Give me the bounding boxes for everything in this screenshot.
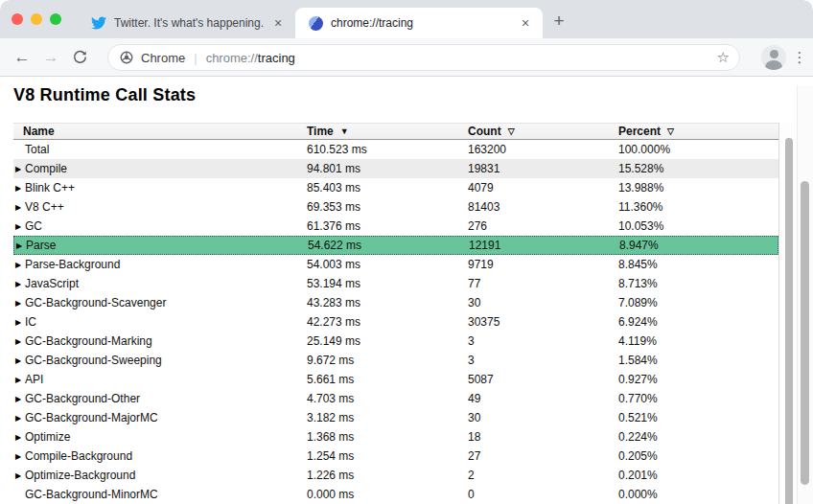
row-percent: 100.000% [618, 143, 778, 156]
expand-triangle-icon[interactable]: ▶ [13, 280, 25, 288]
toolbar: ← → Chrome | chrome:// tracing ☆ ⋮ [0, 38, 813, 77]
table-row[interactable]: ▶GC-Background-MajorMC3.182 ms300.521% [13, 408, 778, 427]
table-header-row: Name Time▼ Count▽ Percent▽ [13, 123, 778, 140]
row-percent: 0.927% [618, 373, 778, 386]
table-row[interactable]: ▶Optimize1.368 ms180.224% [13, 427, 778, 447]
expand-triangle-icon[interactable]: ▶ [13, 261, 25, 269]
profile-avatar[interactable] [761, 45, 786, 70]
table-row[interactable]: ▶GC-Background-Sweeping9.672 ms31.584% [13, 351, 778, 370]
row-name: GC [25, 219, 42, 233]
expand-triangle-icon[interactable]: ▶ [13, 376, 25, 384]
reload-button[interactable] [65, 50, 94, 64]
expand-triangle-icon[interactable]: ▶ [13, 299, 25, 308]
row-count: 30375 [468, 315, 618, 329]
column-header-count[interactable]: Count▽ [468, 125, 618, 138]
table-row[interactable]: ▶GC-Background-Other4.703 ms490.770% [13, 389, 778, 408]
row-percent: 0.224% [618, 430, 778, 444]
expand-triangle-icon[interactable]: ▶ [13, 203, 25, 212]
table-row[interactable]: ▶JavaScript53.194 ms778.713% [13, 274, 778, 293]
row-percent: 15.528% [618, 162, 778, 175]
minimize-window-button[interactable] [31, 13, 42, 25]
row-count: 27 [468, 449, 618, 463]
expand-triangle-icon[interactable]: ▶ [13, 184, 25, 193]
expand-triangle-icon[interactable]: ▶ [13, 165, 25, 173]
column-header-time[interactable]: Time▼ [307, 125, 468, 138]
table-row[interactable]: ▶GC-Background-Marking25.149 ms34.119% [13, 332, 778, 351]
expand-triangle-icon[interactable]: ▶ [13, 318, 25, 327]
table-row[interactable]: ▶Parse54.622 ms121918.947% [13, 236, 778, 255]
row-time: 42.273 ms [307, 315, 468, 329]
row-percent: 8.947% [619, 239, 778, 252]
tab-title: chrome://tracing [331, 16, 518, 30]
sort-desc-icon: ▼ [340, 126, 349, 136]
page-title: V8 Runtime Call Stats [13, 85, 813, 105]
row-name: GC-Background-Scavenger [25, 296, 166, 309]
url-scheme: chrome:// [206, 51, 258, 65]
table-row[interactable]: ▶GC61.376 ms27610.053% [13, 217, 778, 236]
page-scrollbar-thumb[interactable] [801, 181, 809, 485]
site-label: Chrome [141, 51, 185, 65]
table-row[interactable]: ▶Parse-Background54.003 ms97198.845% [13, 255, 778, 274]
column-header-name[interactable]: Name [13, 125, 307, 138]
address-bar[interactable]: Chrome | chrome:// tracing ☆ [107, 44, 740, 71]
table-row[interactable]: ▶Compile-Background1.254 ms270.205% [13, 447, 778, 466]
forward-button[interactable]: → [36, 48, 65, 67]
twitter-bird-icon [91, 15, 106, 31]
table-row[interactable]: ▶Compile94.801 ms1983115.528% [13, 159, 778, 178]
expand-triangle-icon[interactable]: ▶ [13, 395, 25, 403]
table-scrollbar-thumb[interactable] [785, 138, 793, 504]
expand-triangle-icon[interactable]: ▶ [13, 337, 25, 346]
expand-triangle-icon[interactable]: ▶ [13, 452, 25, 461]
row-count: 49 [468, 392, 618, 405]
bookmark-star-icon[interactable]: ☆ [717, 49, 730, 66]
close-tab-icon[interactable]: × [270, 15, 286, 31]
row-count: 19831 [468, 162, 618, 175]
table-row[interactable]: ▶V8 C++69.353 ms8140311.360% [13, 197, 778, 217]
row-count: 81403 [468, 200, 618, 214]
browser-menu-icon[interactable]: ⋮ [792, 49, 807, 66]
table-row[interactable]: ▶Blink C++85.403 ms407913.988% [13, 178, 778, 197]
table-row[interactable]: ▶Optimize-Background1.226 ms20.201% [13, 466, 778, 485]
row-count: 3 [468, 354, 618, 367]
expand-triangle-icon[interactable]: ▶ [13, 414, 25, 423]
row-name: Compile [25, 162, 67, 175]
expand-triangle-icon[interactable]: ▶ [13, 222, 25, 231]
close-window-button[interactable] [12, 13, 23, 25]
row-percent: 0.770% [618, 392, 778, 405]
close-tab-icon[interactable]: × [518, 15, 533, 31]
expand-triangle-icon[interactable]: ▶ [14, 241, 26, 250]
row-count: 0 [468, 488, 618, 501]
row-percent: 0.205% [618, 449, 778, 463]
expand-triangle-icon[interactable]: ▶ [13, 356, 25, 365]
table-row[interactable]: ▶API5.661 ms50870.927% [13, 370, 778, 389]
row-percent: 13.988% [618, 181, 778, 195]
zoom-window-button[interactable] [50, 13, 61, 25]
row-count: 3 [468, 334, 618, 348]
expand-triangle-icon[interactable]: ▶ [13, 471, 25, 480]
row-name: GC-Background-Marking [25, 334, 152, 348]
back-button[interactable]: ← [8, 48, 36, 67]
column-header-percent[interactable]: Percent▽ [618, 125, 778, 138]
row-count: 12191 [469, 239, 619, 252]
tab-tracing[interactable]: chrome://tracing × [295, 8, 543, 38]
tab-twitter[interactable]: Twitter. It's what's happening. × [77, 8, 295, 38]
column-label: Count [468, 125, 501, 138]
row-percent: 10.053% [618, 219, 778, 233]
new-tab-button[interactable]: + [546, 10, 571, 34]
row-name: Optimize-Background [25, 469, 135, 482]
row-percent: 1.584% [618, 354, 778, 367]
table-row[interactable]: ▶GC-Background-Scavenger43.283 ms307.089… [13, 293, 778, 312]
row-time: 4.703 ms [307, 392, 468, 405]
expand-triangle-icon[interactable]: ▶ [13, 433, 25, 442]
table-row[interactable]: Total610.523 ms163200100.000% [13, 140, 778, 159]
table-row[interactable]: GC-Background-MinorMC0.000 ms00.000% [13, 485, 778, 504]
row-percent: 11.360% [618, 200, 778, 214]
avatar-body [765, 60, 782, 71]
row-time: 61.376 ms [307, 219, 468, 233]
tracing-favicon [309, 16, 323, 31]
row-name: JavaScript [25, 277, 79, 290]
row-count: 30 [468, 411, 618, 424]
table-body: Total610.523 ms163200100.000%▶Compile94.… [13, 140, 778, 504]
table-row[interactable]: ▶IC42.273 ms303756.924% [13, 312, 778, 332]
column-label: Percent [618, 125, 661, 138]
